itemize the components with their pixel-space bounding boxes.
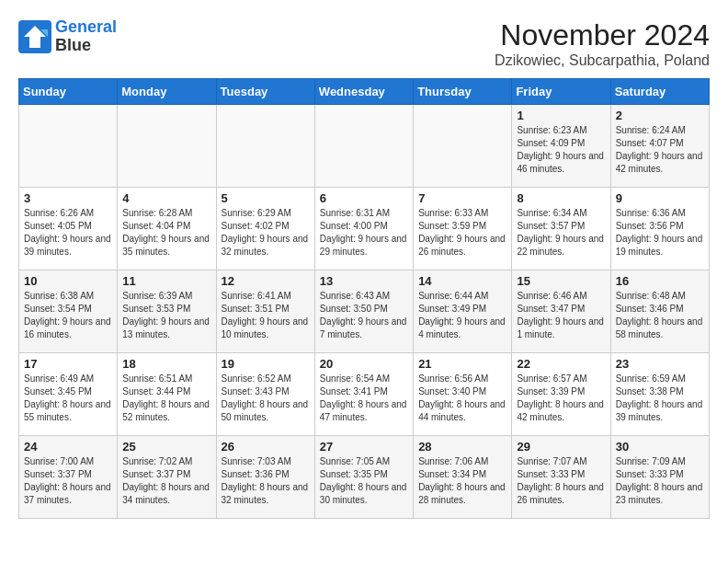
day-info: Sunrise: 6:28 AM Sunset: 4:04 PM Dayligh… (122, 207, 210, 259)
calendar-cell: 3Sunrise: 6:26 AM Sunset: 4:05 PM Daylig… (19, 188, 118, 270)
calendar-cell: 21Sunrise: 6:56 AM Sunset: 3:40 PM Dayli… (414, 353, 512, 436)
day-number: 24 (24, 440, 112, 454)
calendar-cell: 22Sunrise: 6:57 AM Sunset: 3:39 PM Dayli… (512, 353, 610, 436)
logo-text: General Blue (55, 18, 117, 55)
day-number: 2 (616, 109, 704, 122)
day-number: 18 (122, 357, 210, 371)
day-number: 14 (418, 274, 506, 288)
calendar-cell: 29Sunrise: 7:07 AM Sunset: 3:33 PM Dayli… (512, 436, 610, 519)
week-row-5: 24Sunrise: 7:00 AM Sunset: 3:37 PM Dayli… (19, 436, 710, 519)
calendar-cell: 1Sunrise: 6:23 AM Sunset: 4:09 PM Daylig… (512, 105, 610, 188)
calendar-cell: 27Sunrise: 7:05 AM Sunset: 3:35 PM Dayli… (314, 436, 413, 519)
calendar-cell: 13Sunrise: 6:43 AM Sunset: 3:50 PM Dayli… (314, 270, 413, 353)
day-info: Sunrise: 7:07 AM Sunset: 3:33 PM Dayligh… (517, 455, 605, 507)
day-number: 16 (616, 274, 704, 288)
weekday-header-friday: Friday (512, 79, 610, 105)
day-info: Sunrise: 6:31 AM Sunset: 4:00 PM Dayligh… (320, 207, 408, 259)
day-info: Sunrise: 6:54 AM Sunset: 3:41 PM Dayligh… (320, 373, 408, 424)
calendar-cell: 4Sunrise: 6:28 AM Sunset: 4:04 PM Daylig… (118, 188, 216, 270)
day-info: Sunrise: 6:49 AM Sunset: 3:45 PM Dayligh… (24, 373, 112, 424)
day-info: Sunrise: 6:57 AM Sunset: 3:39 PM Dayligh… (517, 373, 605, 424)
calendar-table: SundayMondayTuesdayWednesdayThursdayFrid… (18, 78, 710, 519)
calendar-cell (314, 105, 413, 188)
day-number: 12 (222, 274, 310, 288)
day-info: Sunrise: 6:34 AM Sunset: 3:57 PM Dayligh… (517, 207, 605, 259)
page-header: General Blue November 2024 Dzikowiec, Su… (18, 18, 710, 69)
weekday-header-tuesday: Tuesday (216, 79, 314, 105)
location-title: Dzikowiec, Subcarpathia, Poland (495, 52, 710, 69)
day-number: 19 (222, 357, 310, 371)
weekday-header-thursday: Thursday (414, 79, 512, 105)
day-info: Sunrise: 6:51 AM Sunset: 3:44 PM Dayligh… (122, 373, 210, 424)
day-number: 22 (517, 357, 605, 371)
calendar-cell: 19Sunrise: 6:52 AM Sunset: 3:43 PM Dayli… (216, 353, 314, 436)
day-number: 5 (222, 191, 310, 205)
calendar-cell: 30Sunrise: 7:09 AM Sunset: 3:33 PM Dayli… (610, 436, 709, 519)
day-number: 6 (320, 191, 408, 205)
logo: General Blue (18, 18, 117, 55)
day-number: 23 (616, 357, 704, 371)
day-info: Sunrise: 6:23 AM Sunset: 4:09 PM Dayligh… (517, 124, 605, 176)
day-number: 15 (517, 274, 605, 288)
logo-icon (18, 20, 51, 53)
calendar-cell: 11Sunrise: 6:39 AM Sunset: 3:53 PM Dayli… (118, 270, 216, 353)
week-row-3: 10Sunrise: 6:38 AM Sunset: 3:54 PM Dayli… (19, 270, 710, 353)
calendar-cell: 14Sunrise: 6:44 AM Sunset: 3:49 PM Dayli… (414, 270, 512, 353)
day-info: Sunrise: 7:05 AM Sunset: 3:35 PM Dayligh… (320, 455, 408, 507)
day-number: 25 (122, 440, 210, 454)
day-info: Sunrise: 6:59 AM Sunset: 3:38 PM Dayligh… (616, 373, 704, 424)
calendar-cell: 16Sunrise: 6:48 AM Sunset: 3:46 PM Dayli… (610, 270, 709, 353)
calendar-cell (19, 105, 118, 188)
day-info: Sunrise: 7:03 AM Sunset: 3:36 PM Dayligh… (222, 455, 310, 507)
week-row-2: 3Sunrise: 6:26 AM Sunset: 4:05 PM Daylig… (19, 188, 710, 270)
day-info: Sunrise: 6:36 AM Sunset: 3:56 PM Dayligh… (616, 207, 704, 259)
day-info: Sunrise: 6:56 AM Sunset: 3:40 PM Dayligh… (418, 373, 506, 424)
day-number: 1 (517, 109, 605, 122)
calendar-cell: 12Sunrise: 6:41 AM Sunset: 3:51 PM Dayli… (216, 270, 314, 353)
day-number: 26 (222, 440, 310, 454)
weekday-header-sunday: Sunday (19, 79, 118, 105)
day-number: 10 (24, 274, 112, 288)
day-number: 20 (320, 357, 408, 371)
calendar-cell: 9Sunrise: 6:36 AM Sunset: 3:56 PM Daylig… (610, 188, 709, 270)
week-row-4: 17Sunrise: 6:49 AM Sunset: 3:45 PM Dayli… (19, 353, 710, 436)
calendar-cell: 7Sunrise: 6:33 AM Sunset: 3:59 PM Daylig… (414, 188, 512, 270)
day-number: 4 (122, 191, 210, 205)
day-number: 3 (24, 191, 112, 205)
calendar-cell: 18Sunrise: 6:51 AM Sunset: 3:44 PM Dayli… (118, 353, 216, 436)
calendar-cell: 28Sunrise: 7:06 AM Sunset: 3:34 PM Dayli… (414, 436, 512, 519)
day-info: Sunrise: 6:26 AM Sunset: 4:05 PM Dayligh… (24, 207, 112, 259)
day-info: Sunrise: 6:24 AM Sunset: 4:07 PM Dayligh… (616, 124, 704, 176)
day-number: 30 (616, 440, 704, 454)
day-info: Sunrise: 6:41 AM Sunset: 3:51 PM Dayligh… (222, 290, 310, 341)
day-info: Sunrise: 7:06 AM Sunset: 3:34 PM Dayligh… (418, 455, 506, 507)
week-row-1: 1Sunrise: 6:23 AM Sunset: 4:09 PM Daylig… (19, 105, 710, 188)
calendar-cell: 6Sunrise: 6:31 AM Sunset: 4:00 PM Daylig… (314, 188, 413, 270)
day-info: Sunrise: 6:38 AM Sunset: 3:54 PM Dayligh… (24, 290, 112, 341)
day-info: Sunrise: 7:09 AM Sunset: 3:33 PM Dayligh… (616, 455, 704, 507)
day-info: Sunrise: 6:39 AM Sunset: 3:53 PM Dayligh… (122, 290, 210, 341)
day-number: 17 (24, 357, 112, 371)
calendar-cell: 23Sunrise: 6:59 AM Sunset: 3:38 PM Dayli… (610, 353, 709, 436)
title-block: November 2024 Dzikowiec, Subcarpathia, P… (495, 18, 710, 69)
calendar-cell (414, 105, 512, 188)
calendar-cell: 17Sunrise: 6:49 AM Sunset: 3:45 PM Dayli… (19, 353, 118, 436)
weekday-header-row: SundayMondayTuesdayWednesdayThursdayFrid… (19, 79, 710, 105)
day-info: Sunrise: 7:02 AM Sunset: 3:37 PM Dayligh… (122, 455, 210, 507)
month-title: November 2024 (495, 18, 710, 52)
calendar-cell (118, 105, 216, 188)
calendar-cell: 24Sunrise: 7:00 AM Sunset: 3:37 PM Dayli… (19, 436, 118, 519)
day-number: 29 (517, 440, 605, 454)
day-info: Sunrise: 6:43 AM Sunset: 3:50 PM Dayligh… (320, 290, 408, 341)
calendar-cell: 10Sunrise: 6:38 AM Sunset: 3:54 PM Dayli… (19, 270, 118, 353)
day-number: 28 (418, 440, 506, 454)
logo-line2: Blue (55, 37, 117, 55)
calendar-cell: 25Sunrise: 7:02 AM Sunset: 3:37 PM Dayli… (118, 436, 216, 519)
calendar-cell: 2Sunrise: 6:24 AM Sunset: 4:07 PM Daylig… (610, 105, 709, 188)
day-number: 27 (320, 440, 408, 454)
day-number: 7 (418, 191, 506, 205)
day-number: 9 (616, 191, 704, 205)
weekday-header-monday: Monday (118, 79, 216, 105)
day-info: Sunrise: 6:44 AM Sunset: 3:49 PM Dayligh… (418, 290, 506, 341)
calendar-cell: 8Sunrise: 6:34 AM Sunset: 3:57 PM Daylig… (512, 188, 610, 270)
